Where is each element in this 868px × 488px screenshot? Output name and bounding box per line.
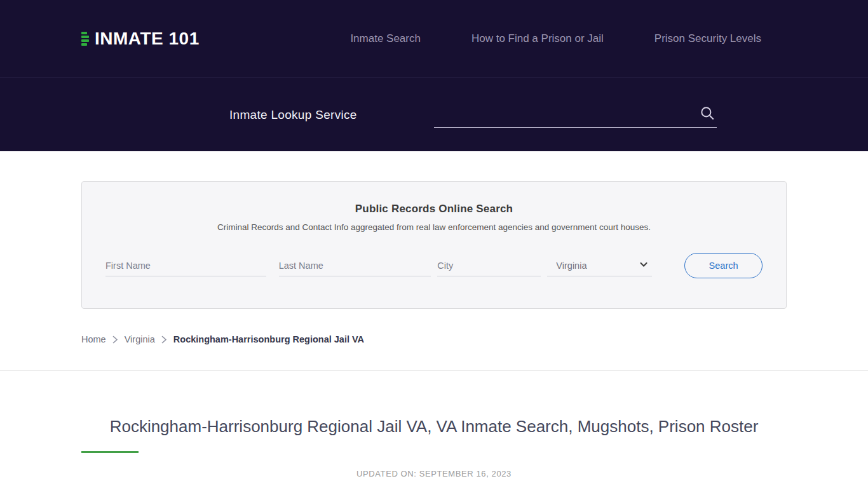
chevron-right-icon (161, 336, 167, 344)
breadcrumb-home[interactable]: Home (81, 334, 106, 344)
updated-on-label: UPDATED ON: SEPTEMBER 16, 2023 (81, 469, 787, 478)
card-title: Public Records Online Search (105, 203, 763, 215)
brand-logo[interactable]: INMATE 101 (81, 29, 200, 49)
nav-item-security-levels[interactable]: Prison Security Levels (654, 32, 761, 45)
chevron-right-icon (112, 336, 118, 344)
breadcrumb-virginia[interactable]: Virginia (125, 334, 155, 344)
brand-name: INMATE 101 (95, 29, 200, 49)
breadcrumb: Home Virginia Rockingham-Harrisonburg Re… (81, 334, 787, 344)
breadcrumb-current: Rockingham-Harrisonburg Regional Jail VA (173, 334, 364, 344)
search-button[interactable]: Search (684, 253, 763, 278)
sub-header: Inmate Lookup Service (0, 78, 868, 151)
last-name-field[interactable] (279, 255, 431, 276)
top-header: INMATE 101 Inmate Search How to Find a P… (0, 0, 868, 78)
public-records-search-card: Public Records Online Search Criminal Re… (81, 181, 787, 309)
nav-item-how-to-find[interactable]: How to Find a Prison or Jail (471, 32, 604, 45)
header-search-input[interactable] (434, 102, 717, 127)
city-field[interactable] (437, 255, 541, 276)
title-accent-rule (81, 451, 139, 453)
search-icon[interactable] (699, 105, 715, 121)
main-nav: Inmate Search How to Find a Prison or Ja… (350, 32, 761, 45)
state-select[interactable]: Virginia (547, 255, 652, 276)
section-divider (0, 370, 868, 371)
page-title: Rockingham-Harrisonburg Regional Jail VA… (91, 416, 777, 437)
state-select-wrap: Virginia (547, 255, 652, 276)
search-form: Virginia Search (105, 253, 763, 278)
first-name-field[interactable] (105, 255, 266, 276)
menu-bars-icon (81, 32, 89, 46)
nav-item-inmate-search[interactable]: Inmate Search (350, 32, 421, 45)
card-subtitle: Criminal Records and Contact Info aggreg… (105, 222, 763, 232)
header-search (434, 102, 717, 128)
main-content: Public Records Online Search Criminal Re… (0, 181, 868, 478)
lookup-service-title: Inmate Lookup Service (229, 108, 357, 122)
